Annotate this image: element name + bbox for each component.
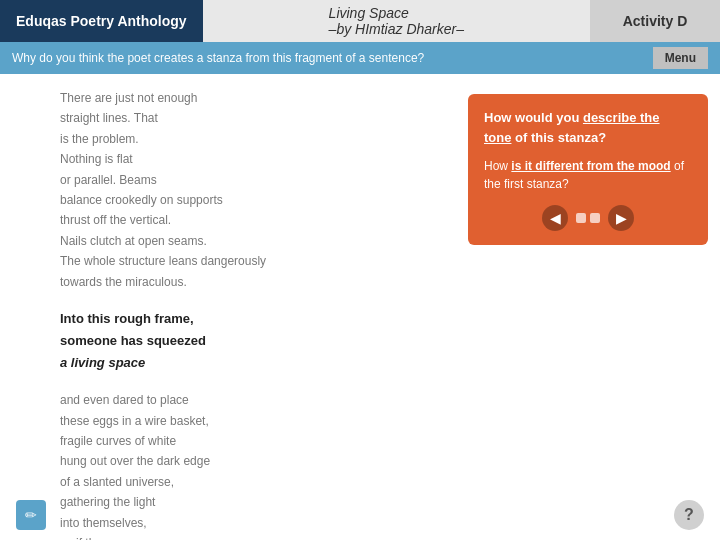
help-icon: ? — [684, 506, 694, 524]
nav-controls: ◀ ▶ — [484, 205, 692, 231]
poem-line-italic-bold: a living space — [60, 352, 436, 374]
nav-dot-1 — [576, 213, 586, 223]
stanza-1: There are just not enough straight lines… — [60, 88, 436, 292]
poem-line: fragile curves of white — [60, 431, 436, 451]
poem-line: Nothing is flat — [60, 149, 436, 169]
poem-line: of a slanted universe, — [60, 472, 436, 492]
activity-label: Activity D — [590, 0, 720, 42]
info-question-2: How is it different from the mood of the… — [484, 157, 692, 193]
poem-line-bold: Into this rough frame, — [60, 308, 436, 330]
poem-line: hung out over the dark edge — [60, 451, 436, 471]
poem-line: or parallel. Beams — [60, 170, 436, 190]
poem-line: There are just not enough — [60, 88, 436, 108]
poem-line: as if they were — [60, 533, 436, 540]
brand-label: Eduqas Poetry Anthology — [0, 0, 203, 42]
stanza-2: and even dared to place these eggs in a … — [60, 390, 436, 540]
poem-line: balance crookedly on supports — [60, 190, 436, 210]
highlight-text-2: is it different from the mood — [511, 159, 670, 173]
poem-line: thrust off the vertical. — [60, 210, 436, 230]
activity-text: Activity D — [623, 13, 688, 29]
poem-line-bold: someone has squeezed — [60, 330, 436, 352]
poem-line: these eggs in a wire basket, — [60, 411, 436, 431]
question-bar: Why do you think the poet creates a stan… — [0, 42, 720, 74]
poem-line: and even dared to place — [60, 390, 436, 410]
title-line1: Living Space — [329, 5, 409, 21]
nav-dots — [576, 213, 600, 223]
menu-button[interactable]: Menu — [653, 47, 708, 69]
poem-line: into themselves, — [60, 513, 436, 533]
poem-area: There are just not enough straight lines… — [0, 74, 460, 540]
poem-title: Living Space –by HImtiaz Dharker– — [203, 0, 590, 42]
edit-icon-button[interactable]: ✏ — [16, 500, 46, 530]
nav-dot-2 — [590, 213, 600, 223]
poem-line: towards the miraculous. — [60, 272, 436, 292]
prev-button[interactable]: ◀ — [542, 205, 568, 231]
brand-text: Eduqas Poetry Anthology — [16, 13, 187, 29]
poem-line: Nails clutch at open seams. — [60, 231, 436, 251]
stanza-fragment: Into this rough frame, someone has squee… — [60, 308, 436, 374]
help-icon-button[interactable]: ? — [674, 500, 704, 530]
poem-line: The whole structure leans dangerously — [60, 251, 436, 271]
right-column: How would you describe thetone of this s… — [460, 74, 720, 540]
title-text: Living Space –by HImtiaz Dharker– — [329, 5, 464, 37]
edit-icon: ✏ — [25, 507, 37, 523]
info-question-1: How would you describe thetone of this s… — [484, 108, 692, 147]
info-box: How would you describe thetone of this s… — [468, 94, 708, 245]
poem-line: is the problem. — [60, 129, 436, 149]
next-button[interactable]: ▶ — [608, 205, 634, 231]
question-text: Why do you think the poet creates a stan… — [12, 51, 653, 65]
poem-line: gathering the light — [60, 492, 436, 512]
main-content: There are just not enough straight lines… — [0, 74, 720, 540]
poem-line: straight lines. That — [60, 108, 436, 128]
highlight-text: describe thetone — [484, 110, 660, 145]
header: Eduqas Poetry Anthology Living Space –by… — [0, 0, 720, 42]
title-line2: –by HImtiaz Dharker– — [329, 21, 464, 37]
